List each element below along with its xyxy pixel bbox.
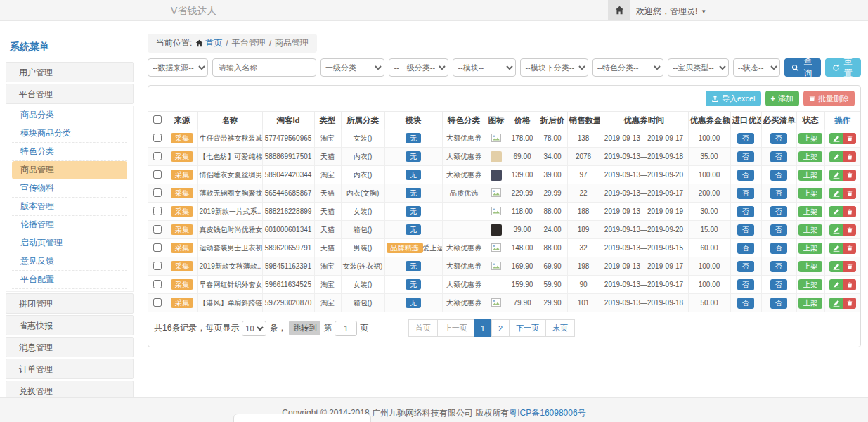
- sidebar-group-0[interactable]: 用户管理: [6, 62, 134, 82]
- delete-button[interactable]: [843, 188, 856, 199]
- edit-button[interactable]: [829, 188, 843, 199]
- edit-button[interactable]: [829, 279, 843, 290]
- row-checkbox[interactable]: [153, 152, 162, 160]
- delete-button[interactable]: [843, 243, 856, 254]
- must-buy-toggle[interactable]: 否: [770, 151, 787, 162]
- delete-button[interactable]: [843, 170, 856, 181]
- edit-button[interactable]: [829, 243, 843, 254]
- search-button[interactable]: 查询: [784, 58, 820, 77]
- row-checkbox[interactable]: [153, 170, 162, 179]
- row-checkbox[interactable]: [153, 207, 162, 215]
- filter-select-4[interactable]: --模块下分类--: [520, 58, 588, 77]
- row-checkbox[interactable]: [153, 225, 162, 234]
- reset-button[interactable]: 重置: [825, 58, 861, 77]
- sidebar-group-bottom-3[interactable]: 订单管理: [6, 359, 134, 379]
- per-page-select[interactable]: 10: [242, 321, 266, 336]
- name-search-input[interactable]: [212, 58, 316, 77]
- delete-button[interactable]: [843, 206, 856, 217]
- import-choice-toggle[interactable]: 否: [737, 170, 754, 181]
- status-button[interactable]: 上架: [798, 206, 822, 217]
- delete-button[interactable]: [843, 133, 856, 144]
- must-buy-toggle[interactable]: 否: [770, 188, 787, 199]
- sidebar-subitem-0[interactable]: 商品分类: [12, 106, 127, 124]
- status-button[interactable]: 上架: [798, 170, 822, 181]
- status-button[interactable]: 上架: [798, 151, 822, 162]
- icp-link[interactable]: 粤ICP备16098006号: [509, 408, 585, 418]
- sidebar-group-bottom-0[interactable]: 拼团管理: [6, 293, 134, 314]
- status-button[interactable]: 上架: [798, 298, 822, 309]
- import-choice-toggle[interactable]: 否: [737, 206, 754, 217]
- row-checkbox[interactable]: [153, 134, 162, 142]
- must-buy-toggle[interactable]: 否: [770, 279, 787, 290]
- import-choice-toggle[interactable]: 否: [737, 224, 754, 236]
- filter-select-2[interactable]: --二级分类--: [389, 58, 448, 77]
- sidebar-subitem-5[interactable]: 版本管理: [12, 198, 127, 216]
- sidebar-subitem-8[interactable]: 意见反馈: [12, 252, 127, 271]
- pager-button-3[interactable]: 2: [491, 319, 510, 337]
- filter-select-1[interactable]: 一级分类: [320, 58, 385, 77]
- edit-button[interactable]: [829, 224, 843, 236]
- pager-button-2[interactable]: 1: [474, 319, 492, 337]
- delete-button[interactable]: [843, 224, 856, 236]
- sidebar-subitem-6[interactable]: 轮播管理: [12, 216, 127, 234]
- pager-button-1[interactable]: 上一页: [437, 319, 474, 337]
- must-buy-toggle[interactable]: 否: [770, 206, 787, 217]
- status-button[interactable]: 上架: [798, 133, 822, 144]
- import-choice-toggle[interactable]: 否: [737, 261, 754, 272]
- sidebar-subitem-2[interactable]: 特色分类: [12, 143, 127, 161]
- delete-button[interactable]: [843, 298, 856, 309]
- filter-select-3[interactable]: --模块--: [453, 58, 516, 77]
- user-menu[interactable]: 欢迎您，管理员! ▼: [636, 6, 706, 18]
- row-checkbox[interactable]: [153, 188, 162, 197]
- row-checkbox[interactable]: [153, 298, 162, 307]
- delete-button[interactable]: [843, 261, 856, 272]
- must-buy-toggle[interactable]: 否: [770, 170, 787, 181]
- import-choice-toggle[interactable]: 否: [737, 243, 754, 254]
- must-buy-toggle[interactable]: 否: [770, 224, 787, 236]
- sidebar-group-1[interactable]: 平台管理: [6, 84, 134, 104]
- filter-select-5[interactable]: --特色分类--: [592, 58, 663, 77]
- import-choice-toggle[interactable]: 否: [737, 298, 754, 309]
- row-checkbox[interactable]: [153, 280, 162, 288]
- pager-button-0[interactable]: 首页: [408, 319, 438, 337]
- sidebar-subitem-4[interactable]: 宣传物料: [12, 179, 127, 198]
- filter-select-7[interactable]: --状态--: [733, 58, 780, 77]
- edit-button[interactable]: [829, 206, 843, 217]
- status-button[interactable]: 上架: [798, 243, 822, 254]
- sidebar-group-bottom-1[interactable]: 省惠快报: [6, 315, 134, 335]
- import-choice-toggle[interactable]: 否: [737, 133, 754, 144]
- must-buy-toggle[interactable]: 否: [770, 298, 787, 309]
- filter-select-6[interactable]: --宝贝类型--: [668, 58, 729, 77]
- edit-button[interactable]: [829, 261, 843, 272]
- status-button[interactable]: 上架: [798, 224, 822, 236]
- pager-button-4[interactable]: 下一页: [509, 319, 546, 337]
- edit-button[interactable]: [829, 133, 843, 144]
- home-button[interactable]: [608, 0, 630, 20]
- sidebar-subitem-9[interactable]: 平台配置: [12, 271, 127, 289]
- import-choice-toggle[interactable]: 否: [737, 188, 754, 199]
- row-checkbox[interactable]: [153, 262, 162, 270]
- pager-button-5[interactable]: 末页: [545, 319, 575, 337]
- page-number-input[interactable]: [335, 321, 357, 336]
- filter-select-0[interactable]: --数据来源--: [148, 58, 208, 77]
- import-choice-toggle[interactable]: 否: [737, 151, 754, 162]
- sidebar-subitem-3[interactable]: 商品管理: [12, 161, 127, 179]
- sidebar-subitem-1[interactable]: 模块商品分类: [12, 124, 127, 143]
- edit-button[interactable]: [829, 170, 843, 181]
- must-buy-toggle[interactable]: 否: [770, 261, 787, 272]
- breadcrumb-home-link[interactable]: 首页: [195, 37, 222, 49]
- sidebar-group-bottom-2[interactable]: 消息管理: [6, 337, 134, 357]
- must-buy-toggle[interactable]: 否: [770, 133, 787, 144]
- edit-button[interactable]: [829, 298, 843, 309]
- add-button[interactable]: + 添加: [765, 91, 799, 106]
- status-button[interactable]: 上架: [798, 279, 822, 290]
- jump-button[interactable]: 跳转到: [289, 321, 320, 335]
- status-button[interactable]: 上架: [798, 261, 822, 272]
- delete-button[interactable]: [843, 151, 856, 162]
- delete-button[interactable]: [843, 279, 856, 290]
- batch-delete-button[interactable]: 批量删除: [803, 91, 855, 106]
- must-buy-toggle[interactable]: 否: [770, 243, 787, 254]
- select-all-checkbox[interactable]: [153, 115, 162, 124]
- status-button[interactable]: 上架: [798, 188, 822, 199]
- row-checkbox[interactable]: [153, 243, 162, 252]
